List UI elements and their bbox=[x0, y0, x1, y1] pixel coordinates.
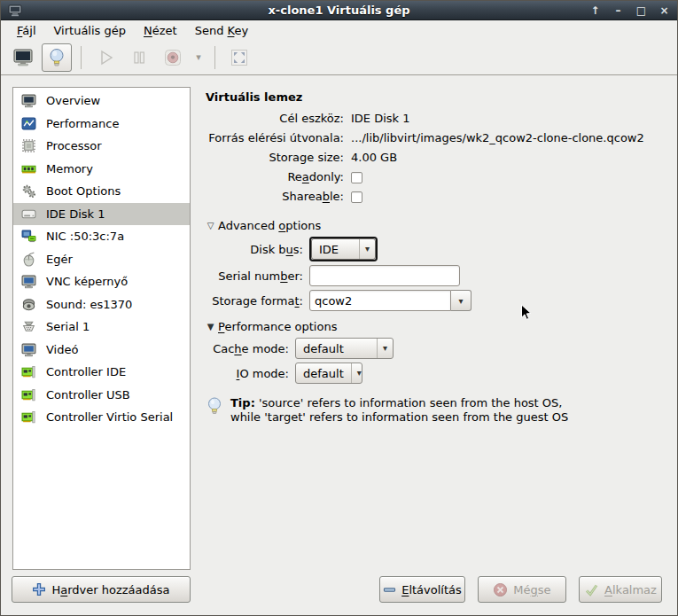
close-button[interactable]: × bbox=[659, 2, 670, 19]
chevron-down-icon: ▾ bbox=[377, 339, 393, 358]
menu-view[interactable]: Nézet bbox=[135, 22, 186, 39]
minimize-button[interactable]: – bbox=[612, 2, 624, 19]
fullscreen-icon bbox=[229, 47, 250, 68]
target-device-value: IDE Disk 1 bbox=[351, 109, 410, 129]
vm-details-window: x-clone1 Virtuális gép ↑ – □ × Fájl Virt… bbox=[0, 0, 678, 616]
menu-send-key[interactable]: Send Key bbox=[186, 22, 257, 39]
readonly-label: Readonly: bbox=[206, 168, 351, 187]
sidebar-item-controller-usb[interactable]: Controller USB bbox=[13, 384, 190, 407]
storage-format-row: Storage format: ▾ bbox=[206, 290, 671, 311]
add-hardware-button[interactable]: Hardver hozzáadása bbox=[12, 576, 191, 603]
speaker-icon bbox=[21, 297, 36, 312]
chevron-down-icon: ▾ bbox=[458, 296, 463, 306]
menubar: Fájl Virtuális gép Nézet Send Key bbox=[1, 20, 677, 40]
sidebar-item-memory[interactable]: Memory bbox=[13, 158, 190, 181]
storage-format-input[interactable] bbox=[309, 290, 451, 311]
sidebar-item-controller-ide[interactable]: Controller IDE bbox=[13, 361, 190, 384]
sidebar-item-vnc-display[interactable]: VNC képernyő bbox=[13, 270, 190, 293]
source-path-value: .../lib/libvirt/images/wk2_qcow2-clone-c… bbox=[351, 129, 644, 148]
add-hardware-label: Hardver hozzáadása bbox=[51, 583, 169, 597]
target-device-row: Cél eszköz: IDE Disk 1 bbox=[206, 109, 671, 129]
shutdown-icon bbox=[162, 47, 183, 68]
sidebar-item-controller-virtio-serial[interactable]: Controller Virtio Serial bbox=[13, 406, 190, 429]
source-path-row: Forrás elérési útvonala: .../lib/libvirt… bbox=[206, 129, 671, 148]
tip-text: Tip: 'source' refers to information seen… bbox=[230, 396, 568, 425]
app-icon bbox=[8, 4, 22, 17]
sidebar-item-video[interactable]: Videó bbox=[13, 339, 190, 362]
maximize-button[interactable]: □ bbox=[635, 2, 647, 19]
remove-label: Eltávolítás bbox=[401, 583, 462, 597]
disk-bus-label: Disk bus: bbox=[206, 243, 309, 256]
pause-button[interactable] bbox=[124, 43, 154, 72]
shareable-label: Shareable: bbox=[206, 187, 351, 207]
sidebar-item-processor[interactable]: Processor bbox=[13, 135, 190, 158]
cancel-label: Mégse bbox=[513, 583, 550, 597]
menu-file[interactable]: Fájl bbox=[8, 22, 45, 39]
readonly-checkbox[interactable] bbox=[351, 172, 362, 183]
apply-button[interactable]: Alkalmaz bbox=[579, 576, 662, 603]
serial-number-input[interactable] bbox=[309, 265, 460, 286]
cache-mode-row: Cache mode: default ▾ bbox=[206, 338, 671, 359]
cache-mode-label: Cache mode: bbox=[206, 342, 295, 355]
serial-port-icon bbox=[21, 319, 36, 334]
tip-box: Tip: 'source' refers to information seen… bbox=[206, 396, 671, 425]
display-icon bbox=[21, 342, 36, 357]
storage-size-value: 4.00 GB bbox=[351, 148, 397, 168]
io-mode-select[interactable]: default ▾ bbox=[295, 363, 362, 384]
toolbar-separator bbox=[214, 46, 215, 69]
storage-size-label: Storage size: bbox=[206, 148, 351, 168]
sidebar-item-serial[interactable]: Serial 1 bbox=[13, 316, 190, 339]
display-icon bbox=[21, 274, 36, 289]
io-mode-row: IO mode: default ▾ bbox=[206, 363, 671, 384]
fullscreen-button[interactable] bbox=[224, 43, 254, 72]
storage-format-combo: ▾ bbox=[309, 290, 471, 311]
performance-options-expander[interactable]: ▼ Performance options bbox=[206, 319, 671, 334]
titlebar: x-clone1 Virtuális gép ↑ – □ × bbox=[1, 1, 677, 20]
pci-card-icon bbox=[21, 364, 36, 379]
sidebar-item-performance[interactable]: Performance bbox=[13, 113, 190, 136]
pause-icon bbox=[129, 48, 149, 67]
checkmark-icon bbox=[584, 582, 599, 597]
chevron-down-icon: ▾ bbox=[351, 363, 367, 383]
toolbar-separator bbox=[81, 46, 82, 69]
disk-details-panel: Virtuális lemez Cél eszköz: IDE Disk 1 F… bbox=[206, 90, 671, 425]
details-view-button[interactable] bbox=[42, 43, 72, 72]
cpu-icon bbox=[21, 138, 36, 153]
serial-number-label: Serial number: bbox=[206, 269, 309, 283]
apply-label: Alkalmaz bbox=[604, 583, 657, 597]
readonly-row: Readonly: bbox=[206, 168, 671, 187]
disk-bus-focus-ring: IDE ▾ bbox=[309, 237, 378, 261]
storage-format-label: Storage format: bbox=[206, 294, 309, 308]
pci-card-icon bbox=[21, 387, 36, 402]
sidebar-item-mouse[interactable]: Egér bbox=[13, 248, 190, 271]
cancel-button[interactable]: Mégse bbox=[478, 576, 566, 603]
sidebar-item-sound[interactable]: Sound: es1370 bbox=[13, 293, 190, 316]
cancel-icon bbox=[493, 582, 508, 597]
storage-format-dropdown-button[interactable]: ▾ bbox=[451, 290, 471, 311]
disk-bus-select[interactable]: IDE ▾ bbox=[311, 238, 376, 260]
cache-mode-select[interactable]: default ▾ bbox=[295, 338, 394, 359]
pci-card-icon bbox=[21, 409, 36, 425]
shareable-checkbox[interactable] bbox=[351, 191, 362, 203]
sidebar-item-overview[interactable]: Overview bbox=[13, 90, 190, 113]
mouse-cursor bbox=[520, 304, 532, 322]
expander-open-icon: ▽ bbox=[206, 218, 215, 233]
memory-icon bbox=[21, 161, 36, 176]
hardware-list: Overview Performance Processor Memory Bo… bbox=[12, 87, 191, 570]
remove-button[interactable]: Eltávolítás bbox=[379, 576, 465, 603]
shutdown-menu-arrow[interactable]: ▾ bbox=[191, 51, 206, 63]
shade-window-button[interactable]: ↑ bbox=[589, 2, 601, 19]
shutdown-button[interactable] bbox=[158, 43, 188, 72]
run-button[interactable] bbox=[90, 43, 121, 72]
sidebar-item-ide-disk-1[interactable]: IDE Disk 1 bbox=[13, 203, 190, 226]
advanced-options-expander[interactable]: ▽ Advanced options bbox=[206, 218, 671, 233]
content-area: Overview Performance Processor Memory Bo… bbox=[1, 76, 677, 615]
advanced-options-label: Advanced options bbox=[218, 218, 321, 233]
sidebar-item-nic[interactable]: NIC :50:3c:7a bbox=[13, 225, 190, 248]
storage-size-row: Storage size: 4.00 GB bbox=[206, 148, 671, 168]
performance-options-label: Performance options bbox=[218, 319, 337, 334]
menu-virtual-machine[interactable]: Virtuális gép bbox=[45, 22, 136, 39]
source-path-label: Forrás elérési útvonala: bbox=[206, 129, 351, 148]
console-view-button[interactable] bbox=[8, 43, 38, 72]
sidebar-item-boot-options[interactable]: Boot Options bbox=[13, 180, 190, 203]
